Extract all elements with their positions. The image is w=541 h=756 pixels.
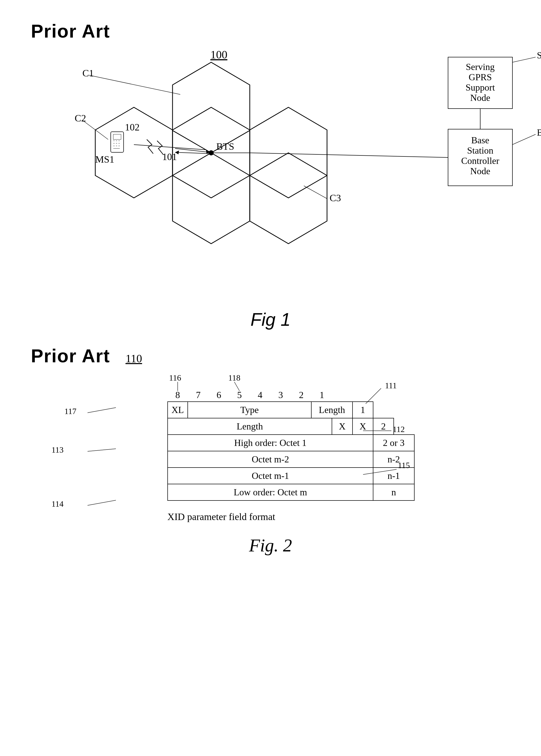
- fig2-diagram-number: 110: [125, 352, 142, 365]
- prior-art-title-1: Prior Art: [31, 21, 510, 42]
- svg-text:Base: Base: [471, 135, 489, 145]
- svg-line-37: [512, 57, 536, 62]
- svg-text:Support: Support: [466, 82, 495, 93]
- fig1-svg: Serving GPRS Support Node Base Station C…: [31, 47, 541, 330]
- svg-text:113: 113: [52, 445, 64, 454]
- table-row-5: Octet m-1 n-1: [82, 467, 510, 484]
- fig2-caption: XID parameter field format: [167, 511, 510, 522]
- svg-text:Controller: Controller: [461, 156, 499, 166]
- fig2-label: Fig. 2: [249, 536, 292, 555]
- prior-art-title-2: Prior Art: [31, 345, 110, 367]
- svg-line-47: [304, 186, 327, 199]
- svg-text:SGSN: SGSN: [537, 50, 541, 61]
- table-row-1: XL Type Length 1: [82, 401, 510, 418]
- svg-text:101: 101: [162, 151, 177, 162]
- svg-text:Station: Station: [467, 145, 493, 156]
- table-row-3: High order: Octet 1 2 or 3: [82, 434, 510, 451]
- svg-text:GPRS: GPRS: [469, 72, 492, 82]
- svg-line-22: [175, 152, 210, 153]
- svg-text:Node: Node: [470, 93, 490, 103]
- svg-text:C3: C3: [329, 192, 341, 203]
- table-row-4: Octet m-2 n-2: [82, 451, 510, 468]
- svg-text:114: 114: [52, 499, 64, 508]
- svg-rect-7: [111, 132, 124, 152]
- fig2-table-area: 116 118 111 117 112 113 115: [31, 374, 510, 522]
- fig1-diagram: Serving GPRS Support Node Base Station C…: [31, 47, 510, 330]
- fig2-section: Prior Art 110 116 118 111 117: [31, 345, 510, 556]
- table-row-2: Length X X 2: [82, 418, 510, 435]
- svg-text:102: 102: [125, 122, 140, 132]
- svg-text:111: 111: [385, 381, 397, 390]
- svg-line-66: [88, 500, 116, 505]
- svg-line-35: [250, 153, 448, 157]
- svg-marker-1: [95, 107, 173, 198]
- page: Prior Art: [0, 0, 541, 756]
- svg-text:Node: Node: [470, 166, 490, 176]
- col-headers: 8 7 6 5 4 3 2 1: [167, 389, 510, 400]
- svg-text:MS1: MS1: [95, 154, 114, 165]
- svg-text:C1: C1: [82, 68, 94, 79]
- svg-rect-8: [113, 134, 121, 139]
- svg-line-19: [134, 144, 206, 150]
- svg-line-39: [512, 134, 536, 144]
- svg-text:116: 116: [169, 374, 181, 382]
- svg-text:117: 117: [64, 406, 77, 416]
- table-row-6: Low order: Octet m n: [82, 484, 510, 501]
- svg-line-43: [89, 75, 180, 95]
- fig1-label: Fig 1: [251, 310, 291, 330]
- svg-text:BSC: BSC: [537, 127, 541, 138]
- svg-text:100: 100: [211, 48, 228, 61]
- svg-text:Serving: Serving: [466, 62, 495, 72]
- svg-text:BTS: BTS: [216, 141, 234, 152]
- svg-text:118: 118: [229, 374, 241, 382]
